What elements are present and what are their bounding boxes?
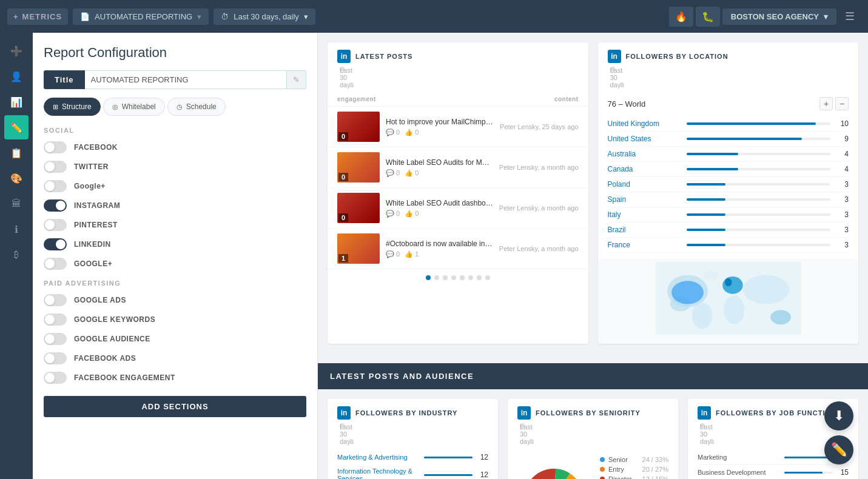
toggle-label-paid: GOOGLE ADS (74, 296, 126, 304)
location-item: Australia 4 (608, 147, 849, 162)
right-content: in LATEST POSTS Last 30 days engagement … (318, 33, 868, 479)
seniority-val: 12 / 16% (642, 475, 668, 479)
location-collapse-btn[interactable]: − (835, 97, 849, 110)
toggle-instagram[interactable] (44, 199, 67, 212)
logo-label: METRICS (22, 12, 62, 21)
title-input[interactable] (85, 70, 288, 89)
time-dropdown[interactable]: ⏱ Last 30 days, daily ▾ (214, 8, 315, 25)
industry-count: 12 (477, 471, 488, 479)
sidebar-item-reports[interactable]: 📋 (4, 141, 29, 165)
li-icon-job: in (698, 406, 711, 420)
post-badge: 0 (338, 132, 348, 141)
sidebar-item-add[interactable]: ➕ (4, 39, 29, 63)
sidebar-item-analytics[interactable]: 📊 (4, 90, 29, 114)
svg-point-5 (724, 295, 744, 324)
location-list: 76 – World + − United Kingdom 10 United … (598, 93, 859, 259)
tab-whitelabel[interactable]: ◎ Whitelabel (103, 98, 165, 116)
title-edit-button[interactable]: ✎ (287, 70, 306, 89)
sidebar-item-info[interactable]: ℹ (4, 217, 29, 241)
report-dropdown[interactable]: 📄 AUTOMATED REPORTING ▾ (73, 8, 209, 25)
location-bar-wrap (687, 198, 831, 201)
location-name: Canada (608, 165, 681, 173)
sidebar-item-crypto[interactable]: ₿ (4, 243, 29, 267)
logo-plus: + (13, 12, 19, 21)
fire-icon-btn[interactable]: 🔥 (669, 7, 693, 27)
agency-dropdown[interactable]: BOSTON SEO AGENCY ▾ (722, 8, 836, 25)
location-name: Italy (608, 210, 681, 219)
location-item: Canada 4 (608, 162, 849, 177)
post-author: Peter Lensky, 25 days ago (500, 123, 578, 130)
agency-label: BOSTON SEO AGENCY (731, 12, 819, 21)
download-fab[interactable]: ⬇ (824, 401, 853, 430)
chevron-down-icon: ▾ (824, 12, 828, 21)
toggle-label-paid: FACEBOOK ENGAGEMENT (74, 373, 175, 382)
carousel-dot[interactable] (477, 275, 482, 280)
toggle-twitter[interactable] (44, 161, 67, 173)
followers-location-widget: in FOLLOWERS BY LOCATION Last 30 days 76… (598, 42, 859, 344)
location-item: Brazil 3 (608, 223, 849, 238)
social-toggle-row: FACEBOOK (44, 141, 306, 153)
location-bar (687, 229, 725, 231)
carousel-dot[interactable] (485, 275, 490, 280)
location-count: 3 (836, 210, 849, 219)
carousel-dot[interactable] (451, 275, 456, 280)
carousel-dot[interactable] (434, 275, 439, 280)
paid-section-label: PAID ADVERTISING (44, 280, 306, 287)
location-item: Spain 3 (608, 192, 849, 207)
bug-icon-btn[interactable]: 🐛 (696, 7, 720, 27)
paid-toggle-row: FACEBOOK ADS (44, 352, 306, 364)
info-dot (349, 82, 354, 87)
location-expand-btn[interactable]: + (819, 97, 833, 110)
world-label: 76 – World (608, 99, 820, 109)
latest-posts-title: LATEST POSTS (355, 53, 412, 60)
paid-toggle-row: GOOGLE KEYWORDS (44, 313, 306, 326)
post-badge: 0 (338, 173, 348, 181)
seniority-container: total 73 Senior 24 / 33% Entry 20 / 27% … (508, 450, 678, 479)
tab-structure[interactable]: ⊞ Structure (44, 98, 101, 116)
location-count: 4 (836, 165, 849, 173)
sidebar-item-view[interactable]: 🏛 (4, 192, 29, 216)
carousel-dot[interactable] (426, 275, 431, 280)
job-bar-wrap (784, 472, 833, 474)
social-section-label: SOCIAL (44, 127, 306, 134)
whitelabel-icon: ◎ (112, 103, 118, 111)
toggle-facebook-ads[interactable] (44, 352, 67, 364)
carousel-dot[interactable] (460, 275, 465, 280)
toggle-google-keywords[interactable] (44, 313, 67, 326)
toggle-google-audience[interactable] (44, 333, 67, 345)
menu-btn[interactable]: ☰ (839, 5, 861, 27)
topbar: + METRICS 📄 AUTOMATED REPORTING ▾ ⏱ Last… (0, 0, 868, 33)
edit-fab[interactable]: ✏️ (824, 435, 853, 464)
svg-point-7 (724, 278, 732, 286)
location-count: 3 (836, 195, 849, 204)
toggle-facebook[interactable] (44, 141, 67, 153)
post-row: 1 #Octoboard is now available in 8 langu… (328, 229, 588, 269)
li-icon-industry: in (337, 406, 351, 420)
svg-point-6 (742, 275, 789, 304)
latest-posts-subtitle: Last 30 days (328, 67, 588, 93)
carousel-dot[interactable] (468, 275, 473, 280)
carousel-dot[interactable] (443, 275, 448, 280)
latest-posts-widget: in LATEST POSTS Last 30 days engagement … (328, 42, 588, 344)
toggle-pinterest[interactable] (44, 219, 67, 231)
seniority-val: 24 / 33% (642, 456, 668, 463)
post-meta: 💬 0 👍 1 (386, 250, 493, 258)
toggle-google+[interactable] (44, 180, 67, 192)
location-name: France (608, 241, 681, 249)
toggle-facebook-engagement[interactable] (44, 372, 67, 384)
toggle-google-ads[interactable] (44, 294, 67, 306)
post-comments: 💬 0 (386, 169, 400, 177)
location-item: United Kingdom 10 (608, 116, 849, 132)
info-dot (529, 439, 534, 444)
sidebar-item-users[interactable]: 👤 (4, 64, 29, 89)
sidebar-item-design[interactable]: 🎨 (4, 166, 29, 190)
toggle-linkedin[interactable] (44, 238, 67, 250)
tab-schedule[interactable]: ◷ Schedule (167, 98, 226, 116)
info-dot (619, 82, 624, 87)
toggle-google+[interactable] (44, 258, 67, 270)
add-sections-button[interactable]: ADD SECTIONS (44, 396, 306, 417)
location-items: United Kingdom 10 United States 9 Austra… (608, 116, 849, 253)
sidebar-item-active[interactable]: ✏️ (4, 115, 29, 139)
carousel-dots (328, 269, 588, 286)
location-count: 4 (836, 150, 849, 158)
